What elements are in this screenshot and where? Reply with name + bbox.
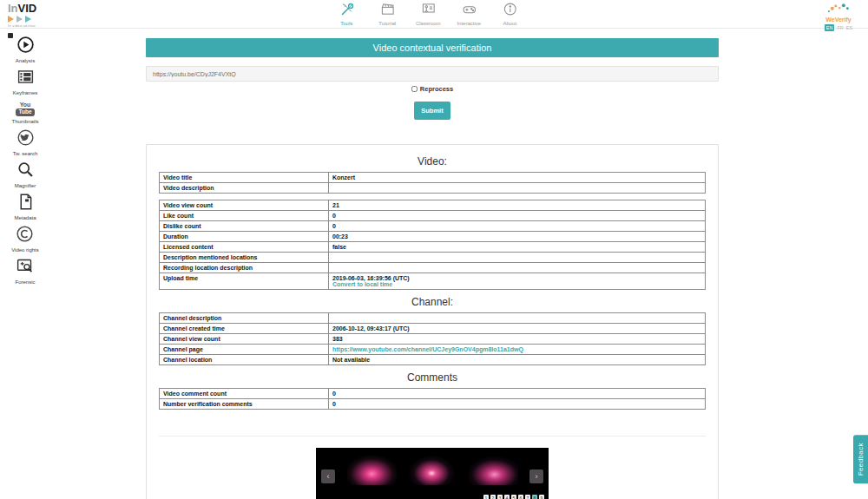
table-row: Channel description (160, 313, 706, 324)
row-label: Video description (160, 183, 329, 194)
submit-button[interactable]: Submit (414, 102, 450, 120)
carousel-thumbnail[interactable] (469, 454, 518, 485)
carousel-thumbnail[interactable] (408, 454, 457, 485)
sidebar: Analysis Keyframes You Tube Thumbnails T… (0, 29, 50, 289)
top-bar: InVID In video veritas Tools Tutorial Cl… (0, 0, 868, 29)
sidebar-item-thumbnails[interactable]: You Tube Thumbnails (11, 100, 38, 124)
youtube-icon: You Tube (16, 100, 34, 118)
nav-label: About (503, 21, 516, 26)
sidebar-item-analysis[interactable]: Analysis (16, 36, 35, 63)
row-value: 0 (328, 221, 705, 232)
youtube-tube-text: Tube (16, 108, 34, 116)
sidebar-item-keyframes[interactable]: Keyframes (13, 68, 38, 95)
lang-fr-button[interactable]: FR (837, 25, 843, 30)
channel-section-heading: Channel: (159, 296, 706, 308)
row-value: 0 (328, 389, 705, 399)
lang-en-button[interactable]: EN (825, 24, 835, 31)
nav-tab-classroom[interactable]: Classroom (412, 2, 444, 26)
nav-label: Tutorial (378, 21, 396, 26)
table-row: Upload time 2019-06-03, 16:39:56 (UTC) C… (160, 273, 706, 290)
sidebar-item-magnifier[interactable]: Magnifier (15, 161, 36, 188)
nav-tab-interactive[interactable]: Interactive (453, 2, 484, 26)
sidebar-item-label: Forensic (15, 279, 35, 285)
divider (159, 436, 706, 437)
weverify-name: WeVerify (819, 16, 858, 23)
nav-tab-about[interactable]: About (494, 2, 525, 26)
row-label: Video title (160, 173, 329, 183)
row-value: 2006-10-12, 09:43:17 (UTC) (328, 324, 705, 334)
nav-tab-tools[interactable]: Tools (331, 2, 362, 26)
row-value: Not available (328, 355, 705, 365)
table-row: Channel view count 383 (160, 334, 706, 345)
top-navigation: Tools Tutorial Classroom Interactive Abo… (331, 2, 525, 26)
table-row: Description mentioned locations (160, 253, 706, 263)
carousel-page-button[interactable]: 2 (490, 495, 496, 499)
about-icon (503, 2, 517, 20)
nav-label: Classroom (416, 21, 441, 26)
carousel-prev-button[interactable]: ‹ (321, 469, 335, 483)
row-value: 0 (328, 399, 705, 410)
row-value (328, 183, 705, 194)
arrow-teal-icon (25, 16, 31, 23)
results-card: Video: Video title Konzert Video descrip… (146, 144, 719, 499)
sidebar-item-video-rights[interactable]: Video rights (11, 225, 39, 253)
lang-es-button[interactable]: ES (846, 25, 852, 30)
carousel-next-button[interactable]: › (529, 469, 543, 483)
arrow-orange-icon (8, 16, 14, 23)
video-url-input[interactable] (146, 66, 719, 82)
row-label: Description mentioned locations (160, 253, 329, 263)
carousel-page-button[interactable]: 4 (504, 495, 510, 499)
row-label: Dislike count (160, 221, 329, 232)
carousel-page-button[interactable]: 1 (483, 495, 489, 499)
row-label: Upload time (160, 273, 329, 290)
sidebar-item-label: Thumbnails (11, 119, 38, 124)
weverify-logo: WeVerify EN FR ES (819, 1, 858, 31)
row-value: 0 (328, 211, 705, 221)
tools-icon (339, 2, 354, 20)
sidebar-item-forensic[interactable]: Forensic (15, 257, 35, 285)
language-switcher: EN FR ES (819, 24, 858, 31)
table-row: Video title Konzert (160, 173, 706, 183)
carousel-page-button[interactable]: 9 (539, 495, 544, 499)
nav-label: Interactive (457, 21, 481, 26)
row-label: Duration (160, 232, 329, 242)
sidebar-item-metadata[interactable]: Metadata (14, 193, 36, 220)
weverify-dots-icon (823, 2, 854, 13)
carousel-page-button[interactable]: 3 (497, 495, 503, 499)
carousel-page-button[interactable]: 7 (525, 495, 530, 499)
sidebar-item-label: Analysis (16, 58, 35, 63)
classroom-icon (421, 2, 436, 20)
row-label: Channel location (160, 355, 329, 365)
row-label: Channel page (160, 345, 329, 355)
channel-table: Channel description Channel created time… (159, 312, 706, 365)
page-title: Video contextual verification (146, 38, 719, 57)
convert-local-time-link[interactable]: Convert to local time (332, 281, 392, 287)
logo-part-vid: VID (18, 2, 37, 15)
row-value: Konzert (328, 173, 705, 183)
carousel-page-button-active[interactable]: 8 (532, 495, 537, 499)
sidebar-item-label: Keyframes (13, 90, 38, 95)
main-content: Video contextual verification Reprocess … (146, 29, 719, 499)
reprocess-checkbox[interactable] (411, 86, 418, 92)
row-label: Licensed content (160, 242, 329, 253)
table-row: Video description (160, 183, 706, 194)
reprocess-label: Reprocess (420, 85, 453, 93)
row-value: 2019-06-03, 16:39:56 (UTC) Convert to lo… (328, 273, 705, 290)
row-label: Recording location description (160, 263, 329, 273)
carousel-page-button[interactable]: 5 (511, 495, 516, 499)
row-label: Video comment count (160, 389, 329, 399)
sidebar-item-tw-search[interactable]: Tw. search (13, 128, 38, 156)
image-search-icon (16, 257, 34, 279)
table-row: Channel created time 2006-10-12, 09:43:1… (160, 324, 706, 334)
carousel-page-button[interactable]: 6 (518, 495, 523, 499)
carousel-thumbnail[interactable] (347, 454, 397, 485)
filmstrip-icon (16, 68, 35, 89)
row-value: 383 (328, 334, 705, 345)
channel-page-link[interactable]: https://www.youtube.com/channel/UCJey9Gn… (332, 346, 523, 352)
logo-part-in: In (8, 2, 18, 15)
menu-icon[interactable] (8, 33, 13, 38)
nav-tab-tutorial[interactable]: Tutorial (372, 2, 403, 26)
row-label: Channel created time (160, 324, 329, 334)
reprocess-row: Reprocess (146, 85, 719, 93)
feedback-button[interactable]: Feedback (853, 435, 868, 483)
